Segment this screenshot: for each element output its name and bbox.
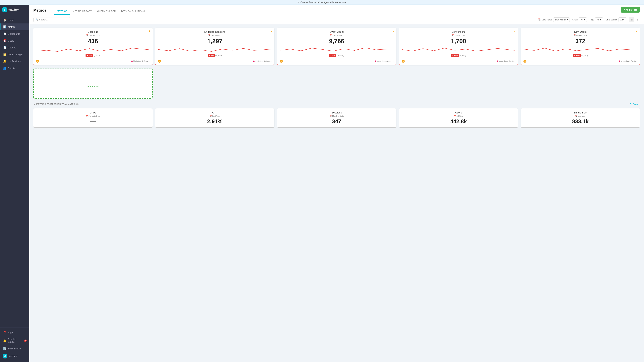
list-view-button[interactable]: ☰ [629,17,634,22]
metric-footer-events: G Marketing & Custo... [280,58,394,63]
show-group: Show All ▾ [572,17,587,22]
metric-change-engaged: ▼ 8% (1,404) [158,54,272,57]
teammate-card-ctr: CTR 📅 Last Year 2.91% [155,108,274,128]
search-input[interactable] [39,18,68,21]
sidebar-item-home[interactable]: 🏠 Home [0,16,29,23]
add-row: + Add metric [33,68,640,99]
sidebar-item-data-manager[interactable]: 🗂️ Data Manager [0,51,29,58]
show-label: Show [572,18,578,21]
show-value: All [580,18,583,21]
add-metric-label: Add metric [88,85,98,88]
source-icon-conversions: G [402,60,405,63]
metrics-area: ★ Sessions 📅 Last Month ▾ 436 ▼ 71% [29,24,644,362]
star-icon-sessions[interactable]: ★ [148,30,150,33]
page-title: Metrics [33,8,46,15]
main-content: Metrics METRICS METRIC LIBRARY QUERY BUI… [29,5,644,362]
sidebar-logo: d databox [0,5,29,15]
metric-title-sessions: Sessions [36,30,150,33]
home-icon: 🏠 [3,18,6,22]
view-toggles: ☰ ⊞ [629,17,640,22]
metric-card-engaged: ★ Engaged Sessions 📅 Last Month ▾ 1,297 [155,28,274,65]
teammates-header-text: METRICS FROM OTHER TEAMMATES [36,103,75,105]
metric-period-new-users: 📅 Last Month ▾ [524,34,637,36]
calendar-icon-s: 📅 [86,34,88,36]
sidebar-item-resolve-issues[interactable]: ⚠️ Resolve issues 2 [0,336,29,345]
metric-change-conversions: ▼ 64% (4,713) [402,54,516,57]
metric-value-sessions: 436 [36,38,150,45]
data-source-select[interactable]: All ▾ [618,17,626,22]
teammate-title-sessions: Sessions [280,111,394,114]
sidebar-label-data-manager: Data Manager [8,53,23,56]
header-right: + Add metric [621,7,640,15]
metric-card-new-users: ★ New Users 📅 Last Month ▾ 372 ▼ 64 [521,28,640,65]
tabs: METRICS METRIC LIBRARY QUERY BUILDER DAT… [54,8,148,15]
show-select[interactable]: All ▾ [579,17,587,22]
star-icon-events[interactable]: ★ [392,30,394,33]
add-metric-button[interactable]: + Add metric [621,7,640,12]
star-icon-engaged[interactable]: ★ [270,30,272,33]
sidebar-label-databoards: Databoards [8,32,20,35]
resolve-issues-icon: ⚠️ [3,339,6,342]
star-icon-conversions[interactable]: ★ [514,30,516,33]
date-range-group: 📅 Date range Last Month ▾ [538,17,570,22]
tag-dot-events [375,60,376,62]
sidebar-label-metrics: Metrics [8,26,16,28]
goals-icon: 🎯 [3,39,6,42]
toolbar-right: 📅 Date range Last Month ▾ Show All ▾ Tag… [538,17,640,22]
sidebar-item-clients[interactable]: 👥 Clients [0,65,29,71]
calendar-icon: 📅 [538,18,540,21]
account-label: Account [9,355,18,358]
metric-tag-engaged: Marketing & Custo... [253,60,272,62]
calendar-icon-ev: 📅 [330,34,332,36]
metric-card-events: ★ Event Count 📅 Last Month ▾ 9,766 [277,28,396,65]
tags-select[interactable]: All ▾ [595,17,603,22]
sidebar-item-reports[interactable]: 📄 Reports [0,44,29,51]
notifications-icon: 🔔 [3,60,6,63]
sidebar-item-databoards[interactable]: 📋 Databoards [0,30,29,37]
metric-change-events: ▼ 4% (10,154) [280,54,394,57]
metric-footer-sessions: G Marketing & Custo... [36,58,150,63]
teammate-period-sessions: 📅 Month to Date [280,115,394,117]
data-source-group: Data source All ▾ [606,17,626,22]
add-metric-card[interactable]: + Add metric [33,68,152,99]
source-icon-engaged: G [158,60,161,63]
date-range-select[interactable]: Last Month ▾ [553,17,570,22]
sidebar-item-notifications[interactable]: 🔔 Notifications [0,58,29,65]
tags-label: Tags [590,18,594,21]
tag-dot-conversions [497,60,498,62]
tags-group: Tags All ▾ [590,17,603,22]
metric-title-new-users: New Users [524,30,637,33]
tab-metrics[interactable]: METRICS [54,8,70,15]
sidebar-nav: 🏠 Home 📊 Metrics 📋 Databoards 🎯 Goals 📄 … [0,15,29,327]
metric-period-conversions: 📅 Last Month ▾ [402,34,516,36]
show-all-button[interactable]: Show All [630,103,640,105]
metric-chart-new-users [524,46,637,53]
sidebar-account[interactable]: MB Account [0,352,29,360]
tab-metric-library[interactable]: METRIC LIBRARY [70,8,94,15]
teammate-value-emails: 833.1k [524,118,637,124]
teammate-value-sessions: 347 [280,118,394,124]
sidebar-item-switch-client[interactable]: 🔄 Switch client [0,345,29,352]
metric-period-events: 📅 Last Month ▾ [280,34,394,36]
grid-view-button[interactable]: ⊞ [635,17,640,22]
sidebar-label-help: Help [8,331,13,334]
chevron-up-icon: ∧ [33,103,35,105]
tab-data-calculations[interactable]: DATA CALCULATIONS [118,8,148,15]
sidebar-item-help[interactable]: ❓ Help [0,329,29,336]
search-box[interactable]: 🔍 [33,17,70,22]
date-range-label: Date range [542,18,552,21]
source-icon-new-users: G [524,60,526,63]
metric-footer-engaged: G Marketing & Custo... [158,58,272,63]
metric-change-new-users: ▼ 64% (1,034) [524,54,637,57]
databoards-icon: 📋 [3,32,6,35]
sidebar-item-goals[interactable]: 🎯 Goals [0,37,29,44]
teammate-card-clicks: Clicks 📅 Month to Date — [33,108,152,128]
data-source-label: Data source [606,18,617,21]
teammate-period-ctr: 📅 Last Year [158,115,272,117]
sidebar-item-metrics[interactable]: 📊 Metrics [0,23,29,30]
tab-query-builder[interactable]: QUERY BUILDER [94,8,118,15]
search-icon: 🔍 [36,18,38,21]
metric-chart-conversions [402,46,516,53]
star-icon-new-users[interactable]: ★ [636,30,638,33]
metric-value-new-users: 372 [524,38,637,45]
